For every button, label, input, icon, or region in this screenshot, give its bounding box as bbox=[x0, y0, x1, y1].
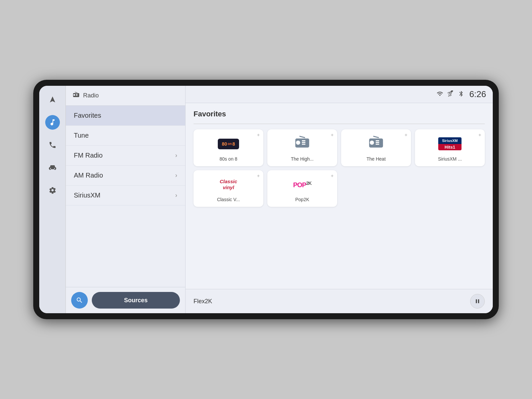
left-panel: Radio Favorites Tune FM Radio › AM Radio bbox=[66, 86, 186, 313]
80s-logo-image: 80on8 bbox=[218, 139, 239, 149]
sources-button[interactable]: Sources bbox=[92, 292, 180, 309]
bluetooth-icon bbox=[458, 90, 465, 98]
add-favorite-pop2k[interactable]: ＋ bbox=[330, 173, 334, 179]
search-button[interactable] bbox=[71, 292, 88, 309]
menu-items: Favorites Tune FM Radio › AM Radio › Sir bbox=[66, 106, 185, 287]
sidebar-icon-settings[interactable] bbox=[45, 183, 60, 198]
menu-item-siriusxm-label: SiriusXM bbox=[74, 192, 100, 199]
highway-radio-icon bbox=[294, 134, 311, 154]
status-icons bbox=[437, 90, 465, 98]
pause-button[interactable] bbox=[470, 294, 485, 309]
add-favorite-highway[interactable]: ＋ bbox=[330, 132, 334, 138]
fm-radio-chevron: › bbox=[175, 152, 177, 159]
fav-logo-80s: 80on8 bbox=[198, 134, 259, 154]
heat-radio-icon bbox=[368, 134, 384, 154]
favorites-grid-row1: ＋ 80on8 80s on 8 ＋ bbox=[194, 129, 485, 166]
fav-logo-heat bbox=[346, 134, 406, 154]
fav-card-pop2k[interactable]: ＋ POP2K Pop2K bbox=[267, 170, 337, 207]
sidebar-icon-music[interactable] bbox=[45, 115, 60, 130]
menu-item-tune-label: Tune bbox=[74, 132, 89, 139]
fav-label-80s: 80s on 8 bbox=[219, 156, 237, 162]
favorites-title: Favorites bbox=[194, 110, 485, 118]
menu-item-favorites[interactable]: Favorites bbox=[66, 106, 185, 126]
fav-card-siriusxm[interactable]: ＋ SiriusXM Hits1 SiriusXM ... bbox=[415, 129, 485, 166]
clock: 6:26 bbox=[469, 89, 486, 99]
am-radio-chevron: › bbox=[175, 172, 177, 179]
car-frame: Radio Favorites Tune FM Radio › AM Radio bbox=[33, 80, 499, 319]
fav-logo-classic-vinyl: Classic vinyl bbox=[198, 175, 259, 194]
classic-vinyl-logo-image: Classic vinyl bbox=[220, 179, 237, 191]
right-panel: 6:26 Favorites ＋ 80on8 bbox=[186, 86, 493, 313]
fav-card-classic-vinyl[interactable]: ＋ Classic vinyl Classic V... bbox=[194, 170, 263, 207]
fav-card-empty-1 bbox=[341, 170, 411, 207]
left-header-title: Radio bbox=[83, 92, 99, 99]
fav-card-the-heat[interactable]: ＋ The Heat bbox=[341, 129, 411, 166]
fav-label-classic-vinyl: Classic V... bbox=[217, 197, 240, 202]
wifi-off-icon bbox=[447, 90, 454, 98]
fav-logo-highway bbox=[272, 134, 332, 154]
fav-card-80s-on-8[interactable]: ＋ 80on8 80s on 8 bbox=[194, 129, 263, 166]
menu-item-am-radio[interactable]: AM Radio › bbox=[66, 166, 185, 186]
menu-item-siriusxm[interactable]: SiriusXM › bbox=[66, 186, 185, 205]
fav-label-heat: The Heat bbox=[366, 156, 386, 162]
menu-item-tune[interactable]: Tune bbox=[66, 126, 185, 146]
now-playing-bar: Flex2K bbox=[186, 289, 493, 313]
fav-label-highway: The High... bbox=[291, 156, 314, 162]
add-favorite-80s[interactable]: ＋ bbox=[256, 132, 261, 138]
fav-card-the-highway[interactable]: ＋ The High... bbox=[267, 129, 337, 166]
signal-icon bbox=[437, 90, 443, 98]
menu-item-fm-radio-label: FM Radio bbox=[74, 152, 103, 159]
screen: Radio Favorites Tune FM Radio › AM Radio bbox=[39, 86, 493, 313]
favorites-grid-row2: ＋ Classic vinyl Classic V... ＋ bbox=[194, 170, 485, 207]
fav-logo-pop2k: POP2K bbox=[272, 175, 332, 194]
add-favorite-classic-vinyl[interactable]: ＋ bbox=[256, 173, 261, 179]
add-favorite-siriusxm[interactable]: ＋ bbox=[477, 132, 482, 138]
fav-label-pop2k: Pop2K bbox=[295, 197, 309, 202]
status-bar: 6:26 bbox=[186, 86, 493, 103]
screen-content: Radio Favorites Tune FM Radio › AM Radio bbox=[39, 86, 493, 313]
menu-item-fm-radio[interactable]: FM Radio › bbox=[66, 146, 185, 166]
now-playing-station: Flex2K bbox=[194, 298, 212, 305]
right-content: Favorites ＋ 80on8 80s on 8 bbox=[186, 103, 493, 289]
divider bbox=[194, 124, 485, 124]
menu-item-am-radio-label: AM Radio bbox=[74, 172, 103, 179]
left-header: Radio bbox=[66, 86, 185, 106]
sidebar-icon-navigation[interactable] bbox=[45, 92, 60, 107]
siriusxm-chevron: › bbox=[175, 192, 177, 199]
sidebar-icon-phone[interactable] bbox=[45, 138, 60, 152]
add-favorite-heat[interactable]: ＋ bbox=[404, 132, 408, 138]
menu-item-favorites-label: Favorites bbox=[74, 112, 101, 119]
radio-icon bbox=[72, 91, 80, 100]
fav-card-empty-2 bbox=[415, 170, 485, 207]
sidebar-nav bbox=[39, 86, 66, 313]
sidebar-icon-car[interactable] bbox=[45, 160, 60, 175]
sources-label: Sources bbox=[124, 297, 148, 304]
bottom-bar: Sources bbox=[66, 287, 185, 313]
fav-label-siriusxm: SiriusXM ... bbox=[438, 156, 462, 162]
pop2k-logo-image: POP2K bbox=[293, 181, 311, 189]
fav-logo-siriusxm: SiriusXM Hits1 bbox=[420, 134, 480, 154]
